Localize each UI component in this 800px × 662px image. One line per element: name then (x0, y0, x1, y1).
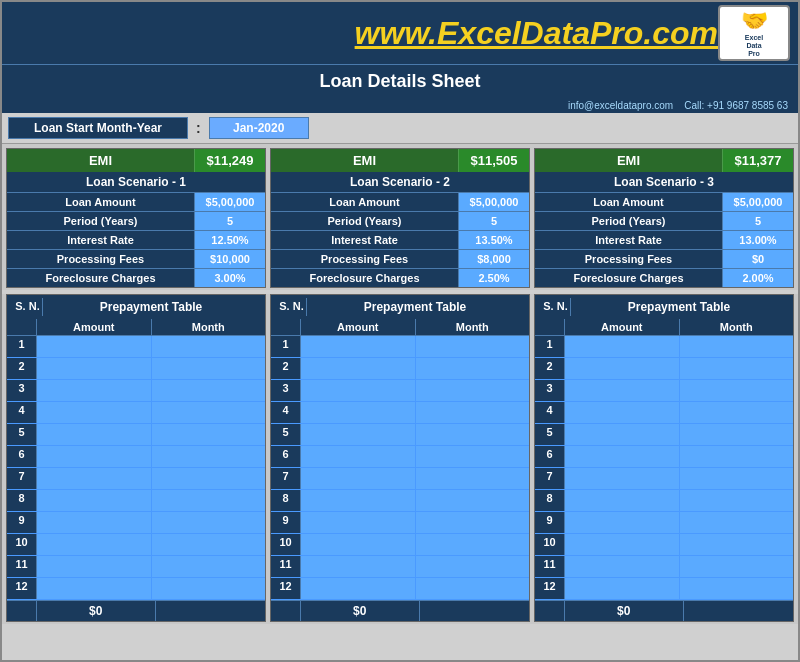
sn-val: 10 (535, 534, 565, 555)
prepay-row: 4 (535, 402, 793, 424)
data-row: Processing Fees $0 (535, 250, 793, 269)
prepay-row: 8 (535, 490, 793, 512)
prepay-total-value-1: $0 (37, 601, 156, 621)
sn-val: 1 (535, 336, 565, 357)
value-loan-amount-1[interactable]: $5,00,000 (195, 193, 265, 211)
prepay-row: 2 (271, 358, 529, 380)
prepay-col-3: S. N. Prepayment Table Amount Month 1 2 … (534, 294, 794, 622)
prepay-row: 4 (7, 402, 265, 424)
sn-val: 4 (271, 402, 301, 423)
emi-row-1: EMI $11,249 (7, 149, 265, 172)
prepay-total-value-3: $0 (565, 601, 684, 621)
col-month-1: Month (152, 319, 266, 335)
scenarios-container: EMI $11,249 Loan Scenario - 1 Loan Amoun… (2, 144, 798, 290)
value-interest-3[interactable]: 13.00% (723, 231, 793, 249)
sn-val: 5 (535, 424, 565, 445)
data-row: Period (Years) 5 (535, 212, 793, 231)
sn-val: 6 (271, 446, 301, 467)
site-title: www.ExcelDataPro.com (355, 15, 718, 52)
contact-phone: Call: +91 9687 8585 63 (684, 100, 788, 111)
prepay-total-3: $0 (535, 600, 793, 621)
emi-value-1: $11,249 (195, 149, 265, 172)
sn-val: 11 (535, 556, 565, 577)
label-period-2: Period (Years) (271, 212, 459, 230)
sn-val: 10 (271, 534, 301, 555)
prepay-row: 7 (7, 468, 265, 490)
data-row: Loan Amount $5,00,000 (535, 193, 793, 212)
sn-val: 10 (7, 534, 37, 555)
prepay-row: 5 (271, 424, 529, 446)
value-period-1[interactable]: 5 (195, 212, 265, 230)
amount-val[interactable] (37, 336, 152, 357)
prepay-row: 11 (7, 556, 265, 578)
emi-value-3: $11,377 (723, 149, 793, 172)
logo-text: ExcelDataPro (745, 34, 763, 57)
label-loan-amount-2: Loan Amount (271, 193, 459, 211)
value-period-2[interactable]: 5 (459, 212, 529, 230)
label-processing-2: Processing Fees (271, 250, 459, 268)
sn-val: 7 (271, 468, 301, 489)
sn-val: 3 (7, 380, 37, 401)
prepay-row: 12 (271, 578, 529, 600)
sn-val: 1 (7, 336, 37, 357)
sn-val: 8 (535, 490, 565, 511)
sn-val: 5 (271, 424, 301, 445)
emi-label-2: EMI (271, 149, 459, 172)
prepay-row: 1 (271, 336, 529, 358)
contact-info: info@exceldatapro.com Call: +91 9687 858… (2, 98, 798, 113)
sn-val: 5 (7, 424, 37, 445)
data-row: Interest Rate 13.50% (271, 231, 529, 250)
prepay-total-1: $0 (7, 600, 265, 621)
sn-val: 7 (535, 468, 565, 489)
sn-val: 9 (7, 512, 37, 533)
sn-val: 9 (271, 512, 301, 533)
prepay-title-1: Prepayment Table (43, 298, 259, 316)
sn-header-2: S. N. (277, 298, 307, 316)
value-interest-2[interactable]: 13.50% (459, 231, 529, 249)
sn-val: 12 (7, 578, 37, 599)
prepay-sub-header-2: Amount Month (271, 319, 529, 336)
scenario-label-1: Loan Scenario - 1 (7, 172, 265, 193)
value-loan-amount-3[interactable]: $5,00,000 (723, 193, 793, 211)
value-loan-amount-2[interactable]: $5,00,000 (459, 193, 529, 211)
label-loan-amount-3: Loan Amount (535, 193, 723, 211)
label-interest-1: Interest Rate (7, 231, 195, 249)
value-period-3[interactable]: 5 (723, 212, 793, 230)
month-val[interactable] (152, 336, 266, 357)
value-processing-2[interactable]: $8,000 (459, 250, 529, 268)
prepay-row: 12 (7, 578, 265, 600)
value-foreclosure-2[interactable]: 2.50% (459, 269, 529, 287)
prepay-row: 6 (535, 446, 793, 468)
prepay-header-1: S. N. Prepayment Table (7, 295, 265, 319)
prepay-col-2: S. N. Prepayment Table Amount Month 1 2 … (270, 294, 530, 622)
value-interest-1[interactable]: 12.50% (195, 231, 265, 249)
value-processing-1[interactable]: $10,000 (195, 250, 265, 268)
value-processing-3[interactable]: $0 (723, 250, 793, 268)
sn-val: 2 (7, 358, 37, 379)
label-processing-3: Processing Fees (535, 250, 723, 268)
sn-val: 3 (535, 380, 565, 401)
value-foreclosure-1[interactable]: 3.00% (195, 269, 265, 287)
emi-row-3: EMI $11,377 (535, 149, 793, 172)
data-row: Loan Amount $5,00,000 (7, 193, 265, 212)
prepay-row: 5 (7, 424, 265, 446)
col-month-3: Month (680, 319, 794, 335)
data-row: Period (Years) 5 (271, 212, 529, 231)
loan-start-row: Loan Start Month-Year : Jan-2020 (2, 113, 798, 144)
scenario-col-1: EMI $11,249 Loan Scenario - 1 Loan Amoun… (6, 148, 266, 288)
loan-start-label: Loan Start Month-Year (8, 117, 188, 139)
label-foreclosure-1: Foreclosure Charges (7, 269, 195, 287)
label-processing-1: Processing Fees (7, 250, 195, 268)
value-foreclosure-3[interactable]: 2.00% (723, 269, 793, 287)
header-bar: www.ExcelDataPro.com 🤝 ExcelDataPro (2, 2, 798, 64)
sn-val: 2 (271, 358, 301, 379)
sn-val: 4 (7, 402, 37, 423)
logo-icon: 🤝 (741, 8, 768, 34)
prepayment-section: S. N. Prepayment Table Amount Month 1 2 … (2, 294, 798, 624)
loan-start-value[interactable]: Jan-2020 (209, 117, 309, 139)
data-row: Foreclosure Charges 2.00% (535, 269, 793, 287)
prepay-row: 4 (271, 402, 529, 424)
prepay-sub-header-1: Amount Month (7, 319, 265, 336)
label-period-1: Period (Years) (7, 212, 195, 230)
prepay-row: 9 (7, 512, 265, 534)
